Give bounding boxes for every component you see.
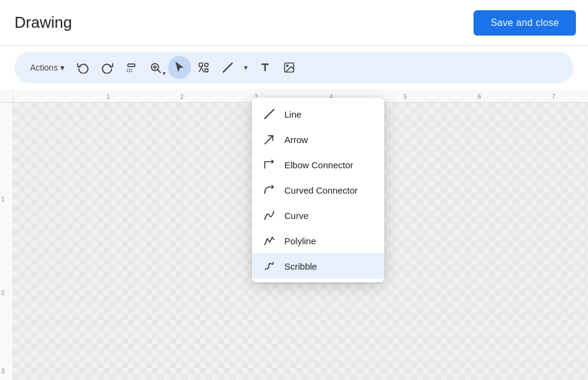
ruler-tick-6: 6 xyxy=(478,93,481,100)
toolbar: Actions ▾ xyxy=(14,52,574,83)
dropdown-item-line[interactable]: Line xyxy=(252,101,384,127)
actions-label: Actions xyxy=(30,63,58,72)
dropdown-item-polyline[interactable]: Polyline xyxy=(252,228,384,253)
arrow-menu-label: Arrow xyxy=(284,135,308,145)
zoom-icon xyxy=(149,62,161,74)
line-tool-button[interactable] xyxy=(216,56,239,79)
line-menu-label: Line xyxy=(284,109,301,119)
undo-button[interactable] xyxy=(72,56,95,79)
elbow-connector-menu-label: Elbow Connector xyxy=(284,160,353,170)
scribble-menu-icon xyxy=(263,259,276,273)
svg-line-9 xyxy=(265,110,274,119)
dropdown-item-curve[interactable]: Curve xyxy=(252,203,384,228)
svg-line-6 xyxy=(224,63,233,72)
svg-rect-4 xyxy=(199,63,202,67)
actions-chevron-icon: ▾ xyxy=(60,63,64,72)
arrow-menu-icon xyxy=(263,133,276,146)
paint-format-button[interactable] xyxy=(120,56,143,79)
select-icon xyxy=(174,62,186,74)
dropdown-item-arrow[interactable]: Arrow xyxy=(252,127,384,152)
line-dropdown-button[interactable]: ▾ xyxy=(239,56,252,79)
redo-icon xyxy=(101,62,113,74)
save-close-button[interactable]: Save and close xyxy=(474,10,576,36)
polyline-menu-label: Polyline xyxy=(284,236,316,246)
ruler-vertical: 1 2 3 xyxy=(0,103,13,380)
text-icon xyxy=(259,62,271,74)
svg-line-10 xyxy=(265,136,273,144)
curved-connector-menu-icon xyxy=(263,183,276,197)
line-dropdown-menu: Line Arrow Elbow Connector Curve xyxy=(252,98,384,282)
zoom-chevron-icon: ▾ xyxy=(163,70,166,77)
svg-line-1 xyxy=(158,70,161,73)
ruler-vtick-3: 3 xyxy=(1,368,5,375)
line-menu-icon xyxy=(263,107,276,121)
polyline-menu-icon xyxy=(263,234,276,247)
redo-button[interactable] xyxy=(96,56,119,79)
svg-point-5 xyxy=(205,63,208,67)
curve-menu-label: Curve xyxy=(284,211,308,221)
ruler-tick-1: 1 xyxy=(107,93,110,100)
zoom-button[interactable]: ▾ xyxy=(144,56,167,79)
shape-tool-button[interactable] xyxy=(192,56,215,79)
undo-icon xyxy=(77,62,89,74)
actions-button[interactable]: Actions ▾ xyxy=(24,59,70,76)
ruler-vtick-2: 2 xyxy=(1,290,5,296)
image-tool-button[interactable] xyxy=(278,56,301,79)
line-tool-group: ▾ xyxy=(216,56,252,79)
ruler-corner xyxy=(0,89,13,103)
ruler-tick-2: 2 xyxy=(180,93,184,100)
ruler-vtick-1: 1 xyxy=(1,196,5,203)
header: Drawing Save and close xyxy=(0,0,588,46)
dropdown-item-scribble[interactable]: Scribble xyxy=(252,253,384,279)
image-icon xyxy=(283,62,295,74)
paint-format-icon xyxy=(125,62,137,74)
line-tool-icon xyxy=(221,61,234,74)
page-title: Drawing xyxy=(14,13,72,32)
dropdown-item-elbow-connector[interactable]: Elbow Connector xyxy=(252,152,384,177)
scribble-menu-label: Scribble xyxy=(284,261,317,271)
select-tool-button[interactable] xyxy=(168,56,191,79)
ruler-tick-5: 5 xyxy=(404,93,407,100)
elbow-connector-menu-icon xyxy=(263,158,276,171)
shape-icon xyxy=(198,62,210,74)
line-dropdown-chevron-icon: ▾ xyxy=(244,63,248,72)
curved-connector-menu-label: Curved Connector xyxy=(284,185,358,195)
ruler-tick-7: 7 xyxy=(552,93,555,100)
curve-menu-icon xyxy=(263,209,276,222)
svg-point-8 xyxy=(287,65,289,67)
dropdown-item-curved-connector[interactable]: Curved Connector xyxy=(252,177,384,203)
text-tool-button[interactable] xyxy=(254,56,277,79)
